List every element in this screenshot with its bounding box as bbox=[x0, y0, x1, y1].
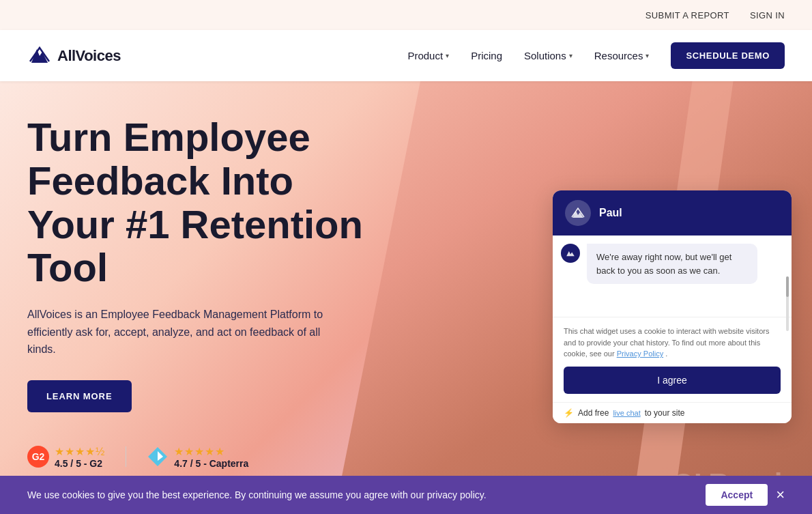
nav-product[interactable]: Product ▾ bbox=[399, 44, 457, 67]
navbar: AllVoices Product ▾ Pricing Solutions ▾ … bbox=[0, 30, 812, 81]
chat-scrollbar-thumb bbox=[786, 276, 789, 297]
capterra-logo-icon bbox=[147, 446, 169, 468]
chat-agent-name: Paul bbox=[599, 207, 622, 219]
chat-consent-area: This chat widget uses a cookie to intera… bbox=[553, 317, 792, 402]
chat-bubble: We're away right now, but we'll get back… bbox=[587, 244, 757, 284]
logo-text: AllVoices bbox=[57, 47, 121, 65]
hero-section: Turn Employee Feedback Into Your #1 Rete… bbox=[0, 81, 812, 514]
nav-resources[interactable]: Resources ▾ bbox=[586, 44, 658, 67]
solutions-chevron-icon: ▾ bbox=[569, 52, 572, 59]
chat-consent-text: This chat widget uses a cookie to intera… bbox=[564, 326, 781, 360]
live-chat-link[interactable]: live chat bbox=[613, 409, 640, 417]
rating-divider bbox=[126, 446, 126, 467]
nav-links: Product ▾ Pricing Solutions ▾ Resources … bbox=[399, 44, 657, 67]
hero-title: Turn Employee Feedback Into Your #1 Rete… bbox=[27, 115, 382, 289]
chat-bot-icon bbox=[561, 244, 580, 263]
g2-score: 4.5 / 5 - G2 bbox=[55, 458, 105, 469]
chat-agree-button[interactable]: I agree bbox=[564, 367, 781, 394]
chat-header: Paul bbox=[553, 190, 792, 235]
top-bar: SUBMIT A REPORT SIGN IN bbox=[0, 0, 812, 30]
ratings-row: G2 ★★★★½ 4.5 / 5 - G2 ★★★★★ 4.7 / 5 - Ca… bbox=[27, 445, 382, 469]
chat-avatar bbox=[565, 200, 591, 226]
cookie-text: We use cookies to give you the best expe… bbox=[27, 489, 692, 500]
privacy-policy-link[interactable]: Privacy Policy bbox=[617, 349, 663, 358]
cookie-close-button[interactable]: × bbox=[776, 487, 785, 502]
allvoices-logo-icon bbox=[27, 44, 52, 68]
chat-bot-logo-icon bbox=[565, 248, 576, 259]
chat-scrollbar[interactable] bbox=[786, 276, 789, 331]
cookie-accept-button[interactable]: Accept bbox=[706, 484, 768, 506]
hero-subtitle: AllVoices is an Employee Feedback Manage… bbox=[27, 306, 341, 358]
learn-more-button[interactable]: LEARN MORE bbox=[27, 380, 132, 412]
schedule-demo-button[interactable]: SCHEDULE DEMO bbox=[671, 42, 785, 69]
g2-rating: G2 ★★★★½ 4.5 / 5 - G2 bbox=[27, 445, 105, 469]
capterra-svg-icon bbox=[147, 446, 169, 468]
product-chevron-icon: ▾ bbox=[446, 52, 449, 59]
chat-footer-icon: ⚡ bbox=[564, 408, 574, 418]
g2-logo-icon: G2 bbox=[27, 446, 49, 468]
chat-footer: ⚡ Add free live chat to your site bbox=[553, 402, 792, 423]
capterra-score: 4.7 / 5 - Capterra bbox=[174, 458, 248, 469]
logo-link[interactable]: AllVoices bbox=[27, 44, 121, 68]
capterra-rating: ★★★★★ 4.7 / 5 - Capterra bbox=[147, 445, 248, 469]
cookie-banner: We use cookies to give you the best expe… bbox=[0, 476, 812, 514]
resources-chevron-icon: ▾ bbox=[646, 52, 649, 59]
chat-avatar-icon bbox=[570, 205, 585, 220]
g2-stars: ★★★★½ bbox=[55, 445, 105, 458]
chat-messages-area: We're away right now, but we'll get back… bbox=[553, 235, 792, 317]
chat-body: We're away right now, but we'll get back… bbox=[553, 235, 792, 317]
capterra-stars: ★★★★★ bbox=[174, 445, 248, 458]
nav-pricing[interactable]: Pricing bbox=[463, 44, 510, 67]
chat-widget: Paul We're away right now, but we'll get… bbox=[553, 190, 792, 423]
sign-in-link[interactable]: SIGN IN bbox=[750, 10, 785, 20]
hero-content: Turn Employee Feedback Into Your #1 Rete… bbox=[27, 115, 382, 469]
nav-solutions[interactable]: Solutions ▾ bbox=[516, 44, 581, 67]
submit-report-link[interactable]: SUBMIT A REPORT bbox=[646, 10, 729, 20]
